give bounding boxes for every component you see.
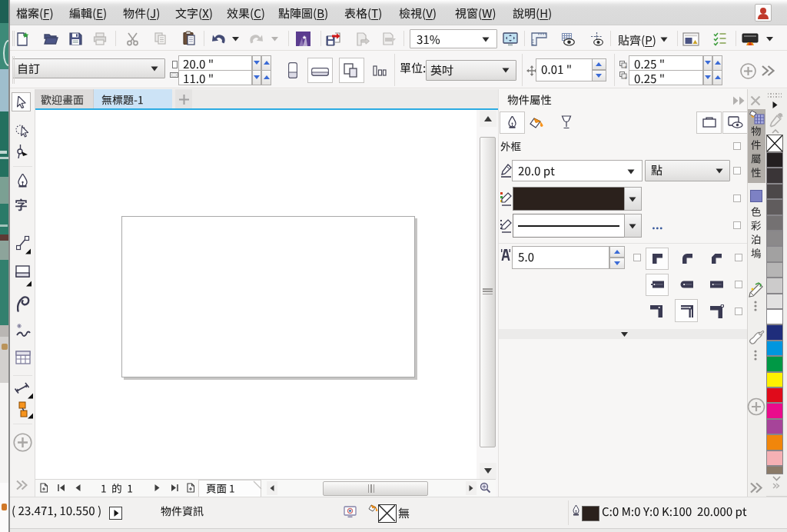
svg-text:y: y — [625, 75, 627, 79]
svg-text:x: x — [625, 65, 627, 68]
